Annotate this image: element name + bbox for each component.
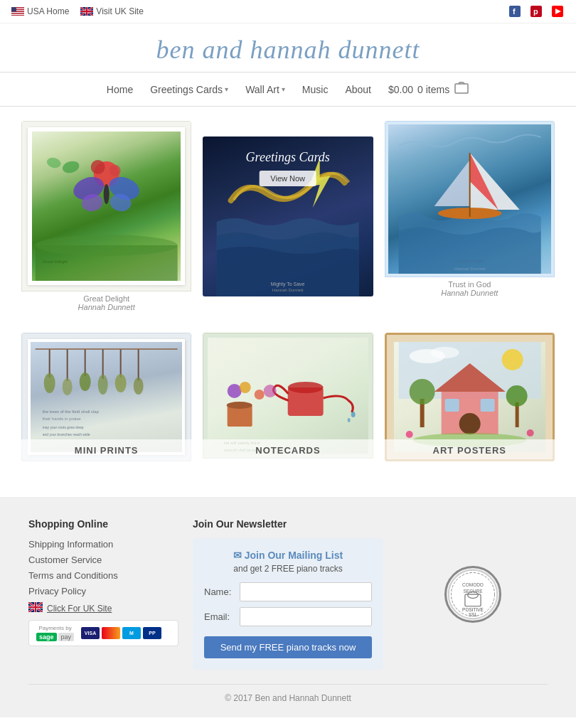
uk-site-footer-link[interactable]: Click For UK Site — [47, 604, 112, 614]
svg-text:p: p — [533, 7, 538, 16]
svg-point-73 — [501, 349, 523, 370]
join-subtitle: and get 2 FREE piano tracks — [204, 564, 372, 574]
shipping-link[interactable]: Shipping Information — [28, 539, 113, 550]
svg-text:Mighty To Save: Mighty To Save — [271, 282, 305, 287]
cart-price: $0.00 — [388, 84, 413, 95]
svg-point-52 — [98, 375, 108, 395]
svg-text:POSITIVE: POSITIVE — [462, 607, 484, 612]
chevron-down-icon: ▾ — [225, 85, 228, 93]
join-title: ✉ Join Our Mailing List — [204, 550, 372, 561]
svg-point-53 — [115, 374, 127, 392]
svg-text:their hands in praise: their hands in praise — [43, 417, 82, 421]
privacy-link[interactable]: Privacy Policy — [28, 586, 86, 596]
svg-point-61 — [288, 382, 324, 393]
svg-point-70 — [255, 390, 265, 400]
svg-point-49 — [44, 373, 55, 393]
top-bar: USA Home Visit UK Site f p — [0, 0, 576, 23]
send-button[interactable]: Send my FREE piano tracks now — [204, 636, 372, 658]
category-mini-prints[interactable]: the trees of the field shall clap their … — [21, 333, 191, 461]
svg-rect-5 — [11, 12, 24, 13]
svg-text:the trees of the field shall c: the trees of the field shall clap — [43, 410, 100, 414]
nav-greetings-cards[interactable]: Greetings Cards ▾ — [150, 84, 228, 95]
cart-icon[interactable] — [454, 80, 469, 99]
mini-prints-label: MINI PRINTS — [21, 439, 191, 461]
usa-flag-icon — [11, 7, 24, 16]
svg-text:SSL: SSL — [468, 612, 477, 617]
svg-point-54 — [134, 378, 144, 395]
nav-wall-art[interactable]: Wall Art ▾ — [245, 84, 285, 95]
svg-text:f: f — [513, 7, 516, 16]
svg-point-65 — [227, 402, 252, 409]
main-nav: Home Greetings Cards ▾ Wall Art ▾ Music … — [0, 72, 576, 107]
art-posters-label: ART POSTERS — [385, 439, 555, 461]
pinterest-link[interactable]: p — [529, 4, 543, 18]
email-label: Email: — [204, 611, 240, 622]
hero-center-card[interactable]: Greetings Cards View Now Mighty To Save … — [203, 121, 373, 311]
usa-home-link[interactable]: USA Home — [11, 6, 69, 16]
svg-point-83 — [409, 379, 434, 405]
shopping-title: Shopping Online — [28, 518, 178, 530]
svg-point-62 — [351, 412, 356, 417]
site-title: ben and hannah dunnett — [14, 35, 562, 65]
cart-area: $0.00 0 items — [388, 80, 469, 99]
right-caption: Trust in God Hannah Dunnett — [385, 280, 555, 297]
nav-about[interactable]: About — [345, 84, 371, 95]
svg-point-63 — [348, 418, 351, 422]
footer-grid: Shopping Online Shipping Information Cus… — [28, 518, 548, 670]
category-art-posters[interactable]: ART POSTERS — [385, 333, 555, 461]
shopping-links: Shipping Information Customer Service Te… — [28, 538, 178, 596]
svg-point-19 — [91, 160, 105, 174]
svg-rect-6 — [11, 13, 24, 14]
notecards-label: NOTECARDS — [203, 439, 373, 461]
name-input[interactable] — [240, 582, 372, 601]
svg-point-27 — [46, 156, 62, 170]
site-header: ben and hannah dunnett — [0, 23, 576, 72]
svg-text:and your branches reach wide: and your branches reach wide — [43, 432, 90, 437]
svg-text:Hannah Dunnett: Hannah Dunnett — [454, 267, 485, 271]
email-row: Email: — [204, 607, 372, 626]
name-row: Name: — [204, 582, 372, 601]
svg-rect-7 — [11, 14, 24, 15]
svg-point-51 — [80, 373, 91, 391]
svg-point-26 — [61, 159, 80, 175]
cart-items-count: 0 items — [417, 84, 449, 95]
uk-flag-small — [28, 602, 43, 614]
svg-rect-8 — [11, 15, 24, 16]
uk-site-label: Visit UK Site — [96, 6, 143, 16]
card-icons: VISA M PP — [81, 627, 161, 639]
svg-point-71 — [264, 385, 277, 397]
uk-site-link[interactable]: Visit UK Site — [80, 6, 143, 16]
footer-shopping-col: Shopping Online Shipping Information Cus… — [28, 518, 178, 670]
newsletter-title: Join Our Newsletter — [193, 518, 383, 530]
svg-text:Great Delight: Great Delight — [43, 259, 68, 264]
svg-point-50 — [63, 378, 73, 395]
footer-newsletter-col: Join Our Newsletter ✉ Join Our Mailing L… — [193, 518, 383, 670]
nav-music[interactable]: Music — [302, 84, 329, 95]
category-section: the trees of the field shall clap their … — [0, 326, 576, 483]
top-bar-left: USA Home Visit UK Site — [11, 6, 144, 16]
nav-home[interactable]: Home — [107, 84, 133, 95]
usa-home-label: USA Home — [27, 6, 69, 16]
svg-text:View Now: View Now — [271, 174, 306, 183]
terms-link[interactable]: Terms and Conditions — [28, 570, 118, 581]
svg-rect-79 — [444, 399, 459, 412]
youtube-link[interactable] — [550, 4, 565, 18]
footer-bottom: © 2017 Ben and Hannah Dunnett — [28, 684, 548, 703]
svg-point-20 — [110, 165, 121, 176]
footer-uk-flag-area: Click For UK Site — [28, 602, 178, 614]
svg-rect-80 — [480, 399, 494, 412]
svg-text:Trust in God: Trust in God — [456, 259, 483, 264]
customer-service-link[interactable]: Customer Service — [28, 555, 102, 565]
hero-right-card[interactable]: Trust in God Hannah Dunnett Trust in God… — [385, 121, 555, 311]
payment-box: Payments by sage pay VISA M PP — [28, 620, 178, 646]
svg-marker-37 — [434, 160, 469, 206]
svg-point-67 — [240, 382, 251, 393]
category-notecards[interactable]: He will satisfy thirst watereth shall be… — [203, 333, 373, 461]
email-input[interactable] — [240, 607, 372, 626]
facebook-link[interactable]: f — [508, 4, 522, 18]
svg-point-66 — [228, 384, 242, 398]
copyright: © 2017 Ben and Hannah Dunnett — [225, 693, 351, 703]
svg-rect-9 — [11, 7, 16, 12]
svg-point-25 — [104, 184, 110, 204]
hero-left-card[interactable]: Great Delight Great Delight Hannah Dunne… — [21, 121, 191, 311]
